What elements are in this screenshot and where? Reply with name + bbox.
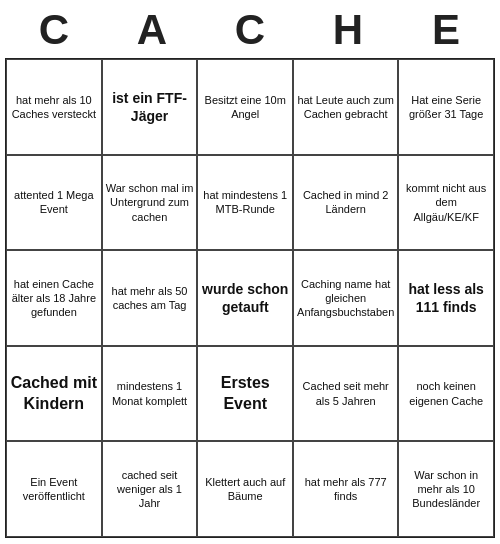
title-letter-c1: C bbox=[14, 6, 94, 54]
bingo-cell-16: mindestens 1 Monat komplett bbox=[102, 346, 198, 442]
bingo-cell-24: War schon in mehr als 10 Bundesländer bbox=[398, 441, 494, 537]
bingo-cell-7: hat mindestens 1 MTB-Runde bbox=[197, 155, 293, 251]
bingo-cell-22: Klettert auch auf Bäume bbox=[197, 441, 293, 537]
bingo-title: C A C H E bbox=[5, 0, 495, 58]
bingo-cell-2: Besitzt eine 10m Angel bbox=[197, 59, 293, 155]
bingo-cell-9: kommt nicht aus dem Allgäu/KE/KF bbox=[398, 155, 494, 251]
bingo-cell-14: hat less als 111 finds bbox=[398, 250, 494, 346]
bingo-cell-0: hat mehr als 10 Caches versteckt bbox=[6, 59, 102, 155]
bingo-cell-10: hat einen Cache älter als 18 Jahre gefun… bbox=[6, 250, 102, 346]
bingo-cell-3: hat Leute auch zum Cachen gebracht bbox=[293, 59, 398, 155]
bingo-cell-19: noch keinen eigenen Cache bbox=[398, 346, 494, 442]
bingo-cell-11: hat mehr als 50 caches am Tag bbox=[102, 250, 198, 346]
bingo-cell-13: Caching name hat gleichen Anfangsbuchsta… bbox=[293, 250, 398, 346]
bingo-cell-5: attented 1 Mega Event bbox=[6, 155, 102, 251]
bingo-cell-17: Erstes Event bbox=[197, 346, 293, 442]
title-letter-a: A bbox=[112, 6, 192, 54]
bingo-cell-18: Cached seit mehr als 5 Jahren bbox=[293, 346, 398, 442]
title-letter-c2: C bbox=[210, 6, 290, 54]
bingo-cell-21: cached seit weniger als 1 Jahr bbox=[102, 441, 198, 537]
bingo-cell-8: Cached in mind 2 Ländern bbox=[293, 155, 398, 251]
bingo-cell-20: Ein Event veröffentlicht bbox=[6, 441, 102, 537]
bingo-grid: hat mehr als 10 Caches verstecktist ein … bbox=[5, 58, 495, 538]
title-letter-h: H bbox=[308, 6, 388, 54]
bingo-cell-4: Hat eine Serie größer 31 Tage bbox=[398, 59, 494, 155]
bingo-cell-6: War schon mal im Untergrund zum cachen bbox=[102, 155, 198, 251]
bingo-cell-23: hat mehr als 777 finds bbox=[293, 441, 398, 537]
title-letter-e: E bbox=[406, 6, 486, 54]
bingo-cell-12: wurde schon getauft bbox=[197, 250, 293, 346]
bingo-cell-15: Cached mit Kindern bbox=[6, 346, 102, 442]
bingo-cell-1: ist ein FTF-Jäger bbox=[102, 59, 198, 155]
